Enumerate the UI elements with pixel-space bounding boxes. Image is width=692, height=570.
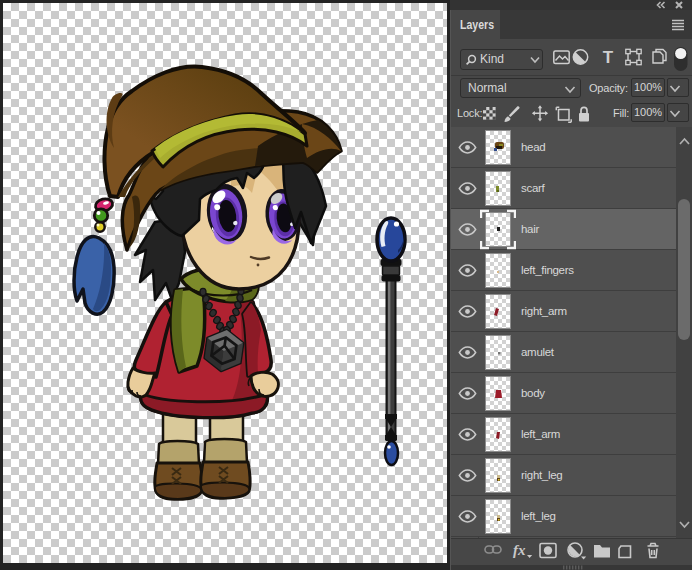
svg-text:T: T	[603, 48, 614, 67]
svg-text:fx: fx	[513, 542, 526, 558]
